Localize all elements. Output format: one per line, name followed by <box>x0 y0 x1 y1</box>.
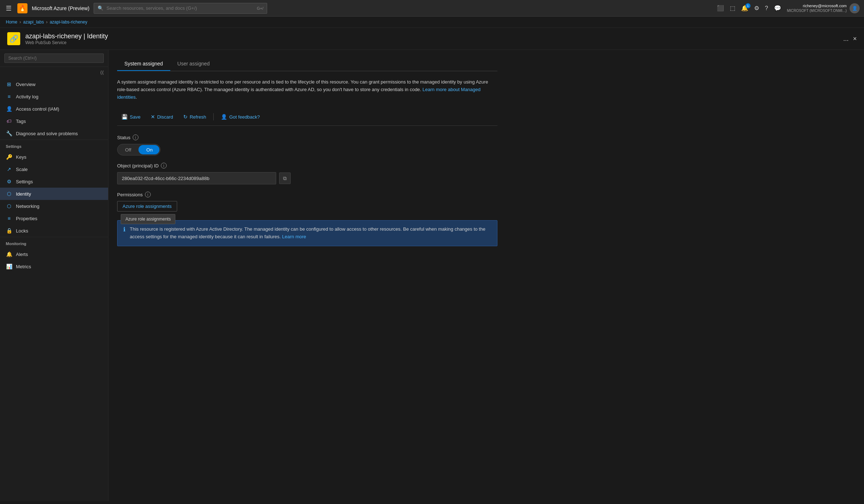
sidebar-item-scale: Scale <box>16 167 28 172</box>
resource-icon: 🔗 <box>7 32 20 45</box>
main-layout: ⟨⟨ ⊞ Overview ≡ Activity log 👤 Access co… <box>0 50 864 501</box>
sidebar-collapse-btn[interactable]: ⟨⟨ <box>0 67 108 78</box>
header-actions: ... × <box>843 35 857 43</box>
sidebar-item-alerts: Alerts <box>16 252 28 257</box>
nav-settings[interactable]: ⚙ Settings <box>0 175 108 188</box>
sidebar-item-locks: Locks <box>16 228 28 234</box>
sidebar-item-tags: Tags <box>16 119 26 124</box>
object-id-field: ⧉ <box>117 172 497 184</box>
header-menu-icon[interactable]: ... <box>843 35 848 43</box>
locks-icon: 🔒 <box>6 227 12 234</box>
nav-networking[interactable]: ⬡ Networking <box>0 200 108 212</box>
user-email: richeney@microsoft.com <box>787 3 847 8</box>
object-id-info-icon[interactable]: i <box>161 163 167 168</box>
refresh-button[interactable]: ↻ Refresh <box>179 112 211 122</box>
nav-keys[interactable]: 🔑 Keys <box>0 151 108 163</box>
cloud-shell-icon[interactable]: ⬛ <box>717 5 724 12</box>
sidebar-item-keys: Keys <box>16 154 26 160</box>
nav-metrics[interactable]: 📊 Metrics <box>0 260 108 273</box>
discard-icon: ✕ <box>151 114 155 120</box>
sidebar-item-identity: Identity <box>16 191 31 197</box>
global-search[interactable]: 🔍 G+/ <box>94 3 267 14</box>
nav-access-control[interactable]: 👤 Access control (IAM) <box>0 103 108 115</box>
page-header: 🔗 azapi-labs-richeney | Identity Web Pub… <box>0 28 864 50</box>
nav-tags[interactable]: 🏷 Tags <box>0 115 108 127</box>
save-icon: 💾 <box>121 114 128 120</box>
sidebar-item-access-control: Access control (IAM) <box>16 106 59 112</box>
azure-role-assignments-button[interactable]: Azure role assignments <box>117 201 177 212</box>
toggle-off-label: Off <box>117 147 139 153</box>
settings-icon[interactable]: ⚙ <box>754 5 759 12</box>
save-button[interactable]: 💾 Save <box>117 112 145 122</box>
monitoring-section-label: Monitoring <box>0 237 108 248</box>
info-banner: ℹ This resource is registered with Azure… <box>117 220 497 246</box>
toolbar: 💾 Save ✕ Discard ↻ Refresh 👤 Got feedbac… <box>117 108 497 126</box>
object-id-label: Object (principal) ID <box>117 163 159 168</box>
permissions-info-icon[interactable]: i <box>145 192 151 197</box>
status-toggle[interactable]: Off On <box>117 144 161 155</box>
breadcrumb-home[interactable]: Home <box>6 20 17 25</box>
top-navbar: ☰ 🔥 Microsoft Azure (Preview) 🔍 G+/ ⬛ ⬚ … <box>0 0 864 17</box>
networking-icon: ⬡ <box>6 203 12 209</box>
notification-icon[interactable]: 🔔 1 <box>741 5 748 12</box>
discard-button[interactable]: ✕ Discard <box>146 112 177 122</box>
sidebar-item-diagnose: Diagnose and solve problems <box>16 131 78 136</box>
properties-icon: ≡ <box>6 215 12 222</box>
sidebar-item-properties: Properties <box>16 216 37 221</box>
page-subtitle: Web PubSub Service <box>25 40 108 45</box>
permissions-label: Permissions <box>117 192 143 197</box>
nav-diagnose[interactable]: 🔧 Diagnose and solve problems <box>0 127 108 140</box>
status-info-icon[interactable]: i <box>133 134 138 140</box>
settings-nav-icon: ⚙ <box>6 178 12 185</box>
toolbar-divider <box>213 113 214 120</box>
role-btn-wrapper: Azure role assignments Azure role assign… <box>117 201 177 212</box>
alerts-icon: 🔔 <box>6 251 12 257</box>
nav-icons: ⬛ ⬚ 🔔 1 ⚙ ? 💬 richeney@microsoft.com MIC… <box>717 3 860 13</box>
directory-icon[interactable]: ⬚ <box>730 5 735 12</box>
metrics-icon: 📊 <box>6 263 12 270</box>
feedback-icon[interactable]: 💬 <box>774 5 781 12</box>
nav-overview[interactable]: ⊞ Overview <box>0 78 108 90</box>
tab-user-assigned[interactable]: User assigned <box>170 57 217 71</box>
banner-learn-more-link[interactable]: Learn more <box>282 234 306 239</box>
diagnose-icon: 🔧 <box>6 130 12 137</box>
access-control-icon: 👤 <box>6 106 12 112</box>
object-id-row: Object (principal) ID i ⧉ <box>117 163 497 184</box>
close-button[interactable]: × <box>853 35 857 43</box>
notification-badge: 1 <box>745 3 750 8</box>
copy-object-id-button[interactable]: ⧉ <box>279 172 291 184</box>
help-icon[interactable]: ? <box>765 5 768 12</box>
hamburger-menu[interactable]: ☰ <box>4 3 13 14</box>
breadcrumb-resource[interactable]: azapi-labs-richeney <box>50 20 87 25</box>
user-avatar[interactable]: 👤 <box>850 3 860 13</box>
object-id-input[interactable] <box>117 172 276 184</box>
nav-activity-log[interactable]: ≡ Activity log <box>0 90 108 103</box>
feedback-icon-toolbar: 👤 <box>221 114 227 120</box>
banner-text: This resource is registered with Azure A… <box>130 226 491 241</box>
search-input[interactable] <box>106 5 254 11</box>
content-inner: System assigned User assigned A system a… <box>108 50 506 253</box>
sidebar: ⟨⟨ ⊞ Overview ≡ Activity log 👤 Access co… <box>0 50 108 501</box>
page-title: azapi-labs-richeney | Identity <box>25 33 108 40</box>
breadcrumb-lab[interactable]: azapi_labs <box>23 20 44 25</box>
nav-scale[interactable]: ↗ Scale <box>0 163 108 175</box>
user-info[interactable]: richeney@microsoft.com MICROSOFT (MICROS… <box>787 3 860 13</box>
status-label: Status <box>117 135 131 140</box>
banner-info-icon: ℹ <box>123 226 125 233</box>
feedback-button[interactable]: 👤 Got feedback? <box>217 112 264 122</box>
nav-identity[interactable]: ⬡ Identity <box>0 188 108 200</box>
sidebar-search-input[interactable] <box>4 54 104 63</box>
nav-alerts[interactable]: 🔔 Alerts <box>0 248 108 260</box>
sidebar-scroll-area: ⊞ Overview ≡ Activity log 👤 Access contr… <box>0 78 108 501</box>
status-row: Status i Off On <box>117 134 497 155</box>
tab-system-assigned[interactable]: System assigned <box>117 57 170 71</box>
refresh-icon: ↻ <box>183 114 188 120</box>
nav-properties[interactable]: ≡ Properties <box>0 212 108 225</box>
sidebar-item-metrics: Metrics <box>16 264 31 269</box>
description-text: A system assigned managed identity is re… <box>117 78 497 101</box>
nav-locks[interactable]: 🔒 Locks <box>0 225 108 237</box>
breadcrumb-sep2: › <box>46 20 47 25</box>
sidebar-item-settings: Settings <box>16 179 33 184</box>
breadcrumb-sep1: › <box>20 20 21 25</box>
sidebar-search-container[interactable] <box>0 50 108 67</box>
